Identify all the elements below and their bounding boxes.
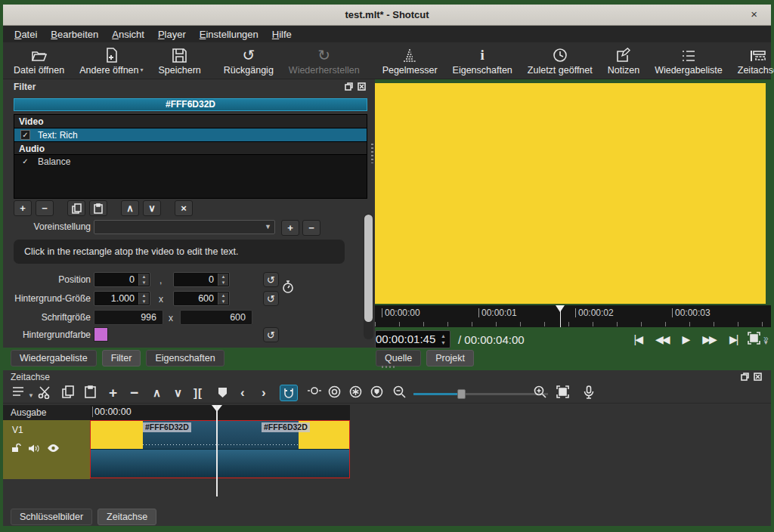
player-playhead[interactable] (555, 305, 566, 327)
undo-button[interactable]: Rückgängig (216, 43, 281, 78)
rewind-button[interactable]: ◀◀ (655, 333, 669, 345)
close-panel-icon[interactable] (358, 82, 366, 91)
player-time-ruler[interactable]: 00:00:00 00:00:01 00:00:02 00:00:03 (375, 305, 771, 327)
remove-filter-button[interactable]: − (36, 200, 54, 216)
filter-enabled-check[interactable]: ✓ (20, 156, 30, 166)
fast-forward-button[interactable]: ▶▶ (702, 333, 716, 345)
panel-splitter-handle[interactable] (371, 144, 373, 163)
menu-bearbeiten[interactable]: Bearbeiten (44, 27, 105, 42)
prev-marker-button[interactable]: ‹ (240, 385, 245, 401)
paste-filters-button[interactable] (89, 200, 107, 216)
filter-scrollbar[interactable] (364, 214, 373, 339)
mute-track-icon[interactable] (28, 444, 40, 453)
output-track-header[interactable]: Ausgabe (3, 405, 90, 420)
lift-button[interactable]: ∧ (153, 385, 161, 401)
tab-wiedergabeliste[interactable]: Wiedergabeliste (11, 350, 97, 367)
menu-player[interactable]: Player (151, 27, 193, 42)
next-marker-button[interactable]: › (262, 385, 266, 401)
properties-button[interactable]: Eigenschaften (445, 43, 520, 78)
timeline-zoom-slider[interactable] (413, 393, 548, 395)
spinner-arrows-icon[interactable]: ▲▼ (438, 332, 448, 346)
save-button[interactable]: Speichern (151, 43, 209, 78)
reset-position-button[interactable]: ↺ (263, 272, 279, 287)
tab-zeitachse[interactable]: Zeitachse (98, 509, 156, 525)
filter-row-text-rich[interactable]: ✓ Text: Rich (14, 128, 367, 141)
video-preview[interactable] (375, 83, 766, 304)
close-panel-icon[interactable] (754, 373, 762, 381)
tab-quelle[interactable]: Quelle (376, 350, 421, 367)
ripple-markers-button[interactable] (370, 385, 383, 401)
ripple-delete-button[interactable]: − (130, 385, 138, 401)
spinner-arrows-icon[interactable]: ▲▼ (138, 274, 149, 286)
font-height-field[interactable]: 600 (180, 310, 252, 325)
font-width-field[interactable]: 996 (94, 310, 163, 325)
menu-datei[interactable]: Datei (8, 27, 44, 42)
move-filter-down-button[interactable]: ∨ (143, 200, 161, 216)
current-time-spinner[interactable]: 00:00:01:45 ▲▼ (375, 330, 450, 348)
open-other-button[interactable]: Andere öffnen▾ (72, 43, 150, 78)
background-color-swatch[interactable] (94, 327, 108, 342)
filter-row-balance[interactable]: ✓ Balance (14, 155, 367, 168)
close-window-icon[interactable]: × (751, 8, 757, 20)
tab-eigenschaften[interactable]: Eigenschaften (146, 350, 224, 367)
timeline-menu-button[interactable]: ▼ (12, 385, 34, 400)
scrub-while-dragging-button[interactable] (307, 385, 322, 398)
deselect-filter-button[interactable]: × (175, 200, 193, 216)
zoom-out-button[interactable] (393, 385, 407, 401)
filter-enabled-checkbox[interactable]: ✓ (20, 130, 30, 140)
scrollbar-thumb[interactable] (364, 215, 373, 322)
record-voiceover-button[interactable] (584, 385, 594, 401)
float-panel-icon[interactable] (741, 373, 749, 381)
audio-meter-button[interactable]: Pegelmesser (375, 43, 445, 78)
ripple-all-tracks-button[interactable] (349, 385, 362, 401)
title-bar[interactable]: test.mlt* - Shotcut × (3, 5, 771, 26)
track-header-v1[interactable]: V1 (3, 420, 90, 479)
position-y-spinner[interactable]: 0▲▼ (173, 272, 230, 287)
toolbar-overflow-icon[interactable]: » (763, 333, 767, 344)
spinner-arrows-icon[interactable]: ▲▼ (138, 292, 149, 305)
hide-track-icon[interactable] (47, 444, 60, 453)
add-filter-button[interactable]: + (14, 200, 32, 216)
skip-to-end-button[interactable]: ▶| (729, 333, 737, 345)
copy-button[interactable] (62, 385, 74, 401)
copy-filters-button[interactable] (67, 200, 85, 216)
spinner-arrows-icon[interactable]: ▲▼ (218, 292, 228, 305)
tab-filter[interactable]: Filter (102, 350, 141, 367)
float-panel-icon[interactable] (345, 82, 353, 91)
overwrite-button[interactable]: ∨ (174, 385, 182, 401)
zoom-in-button[interactable] (534, 385, 547, 401)
delete-preset-button[interactable]: − (302, 220, 320, 236)
cut-button[interactable] (38, 385, 52, 401)
reset-background-size-button[interactable]: ↺ (263, 291, 279, 306)
spinner-arrows-icon[interactable]: ▲▼ (218, 274, 228, 286)
preset-combobox[interactable]: ▼ (94, 220, 275, 234)
tab-schluesselbilder[interactable]: Schlüsselbilder (11, 509, 92, 525)
dock-splitter-handle[interactable] (382, 366, 395, 368)
timeline-button[interactable]: Zeitachse (730, 43, 774, 78)
snap-toggle-button[interactable] (280, 385, 298, 401)
timeline-playhead[interactable] (212, 405, 223, 496)
skip-to-start-button[interactable]: |◀ (634, 333, 642, 345)
background-height-spinner[interactable]: 600▲▼ (173, 291, 230, 306)
paste-button[interactable] (85, 385, 96, 401)
menu-einstellungen[interactable]: Einstellungen (193, 27, 265, 42)
lock-track-icon[interactable] (11, 443, 21, 453)
play-button[interactable]: ▶ (683, 333, 689, 345)
recent-button[interactable]: Zuletzt geöffnet (520, 43, 600, 78)
marker-button[interactable] (218, 387, 228, 401)
save-preset-button[interactable]: + (281, 220, 299, 236)
zoom-fit-button[interactable] (556, 385, 569, 401)
reset-background-color-button[interactable]: ↺ (263, 327, 279, 342)
move-filter-up-button[interactable]: ∧ (121, 200, 139, 216)
notes-button[interactable]: Notizen (600, 43, 647, 78)
ripple-button[interactable] (328, 385, 341, 401)
open-file-button[interactable]: Datei öffnen (6, 43, 72, 78)
playlist-button[interactable]: Wiedergabeliste (647, 43, 730, 78)
tab-projekt[interactable]: Projekt (426, 350, 474, 367)
split-button[interactable]: ][ (194, 385, 203, 401)
menu-hilfe[interactable]: Hilfe (265, 27, 299, 42)
menu-ansicht[interactable]: Ansicht (105, 27, 151, 42)
slider-handle[interactable] (457, 389, 466, 399)
append-button[interactable]: + (109, 385, 117, 401)
background-width-spinner[interactable]: 1.000▲▼ (94, 291, 150, 306)
